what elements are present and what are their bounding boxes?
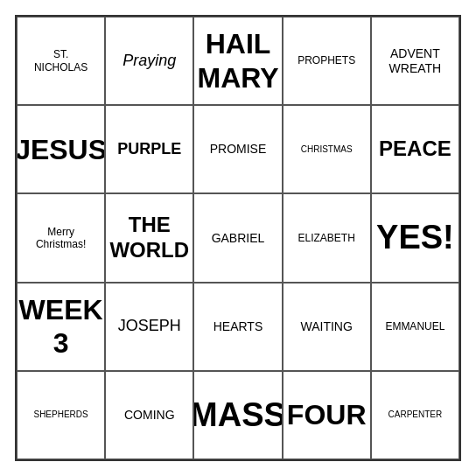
- cell-r3c1: JOSEPH: [105, 283, 193, 371]
- cell-r0c0: ST. NICHOLAS: [17, 17, 105, 105]
- cell-r4c2: MASS: [193, 371, 282, 459]
- cell-r3c4: EMMANUEL: [371, 283, 459, 371]
- cell-r2c4: YES!: [371, 193, 459, 282]
- cell-r3c2: HEARTS: [193, 283, 282, 371]
- cell-r1c1: PURPLE: [105, 105, 193, 193]
- cell-r4c3: FOUR: [283, 371, 371, 459]
- cell-r4c1: COMING: [105, 371, 193, 459]
- cell-r2c2: GABRIEL: [193, 193, 282, 282]
- cell-r0c4: ADVENT WREATH: [371, 17, 459, 105]
- cell-r4c0: SHEPHERDS: [17, 371, 105, 459]
- bingo-card: ST. NICHOLASPrayingHAIL MARYPROPHETSADVE…: [15, 15, 461, 461]
- cell-r3c3: WAITING: [283, 283, 371, 371]
- cell-r4c4: CARPENTER: [371, 371, 459, 459]
- cell-r0c2: HAIL MARY: [193, 17, 282, 105]
- cell-r1c4: PEACE: [371, 105, 459, 193]
- cell-r1c2: PROMISE: [193, 105, 282, 193]
- cell-r2c3: ELIZABETH: [283, 193, 371, 282]
- cell-r1c3: CHRISTMAS: [283, 105, 371, 193]
- cell-r2c1: THE WORLD: [105, 193, 193, 282]
- cell-r2c0: Merry Christmas!: [17, 193, 105, 282]
- cell-r0c3: PROPHETS: [283, 17, 371, 105]
- cell-r0c1: Praying: [105, 17, 193, 105]
- cell-r1c0: JESUS: [17, 105, 105, 193]
- cell-r3c0: WEEK 3: [17, 283, 105, 371]
